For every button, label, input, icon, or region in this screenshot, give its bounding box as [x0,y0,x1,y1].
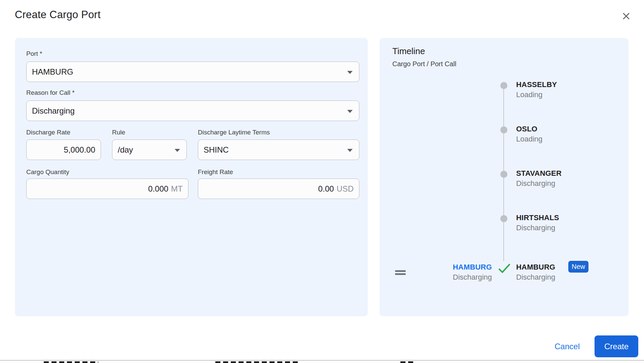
cargo-quantity-input[interactable]: 0.000 MT [26,178,188,199]
background-table-clipped-row [44,361,98,363]
new-cargo-port-entry: HAMBURG Discharging [430,262,492,282]
create-cargo-port-dialog: Create Cargo Port Port * HAMBURG Reason … [0,0,644,363]
check-icon [498,263,511,274]
dialog-title: Create Cargo Port [15,9,101,21]
discharge-rate-input[interactable]: 5,000.00 [26,139,101,160]
background-table-clipped-row [400,361,415,363]
background-table-clipped-row [215,361,300,363]
port-label: Port * [26,50,42,57]
background-page-edge [0,360,644,363]
reason-for-call-label: Reason for Call * [26,89,75,96]
freight-rate-unit: USD [336,184,354,194]
timeline-subtitle: Cargo Port / Port Call [392,60,456,68]
rule-select[interactable]: /day [112,139,187,160]
timeline-dot [500,215,507,222]
drag-handle-icon[interactable] [395,270,406,275]
timeline-panel: Timeline Cargo Port / Port Call HASSELBY… [380,38,629,316]
new-badge: New [568,261,588,273]
timeline-item-hasselby: HASSELBY Loading [516,80,557,100]
timeline-dot [500,171,507,178]
cargo-port-form-panel: Port * HAMBURG Reason for Call * Dischar… [15,38,368,316]
chevron-down-icon [347,149,353,152]
discharge-laytime-terms-select[interactable]: SHINC [198,139,359,160]
rule-label: Rule [112,129,125,136]
discharge-rate-label: Discharge Rate [26,129,70,136]
chevron-down-icon [347,71,353,74]
timeline-dot [500,126,507,133]
timeline-item-hirtshals: HIRTSHALS Discharging [516,213,559,233]
cargo-quantity-unit: MT [171,184,183,194]
freight-rate-input[interactable]: 0.00 USD [198,178,359,199]
discharge-laytime-terms-label: Discharge Laytime Terms [198,129,270,136]
freight-rate-label: Freight Rate [198,168,233,176]
timeline-dot [500,82,507,89]
chevron-down-icon [175,149,180,152]
cancel-button[interactable]: Cancel [554,342,580,351]
reason-for-call-select[interactable]: Discharging [26,100,359,121]
timeline-item-oslo: OSLO Loading [516,124,542,144]
timeline-item-hamburg-new: HAMBURG Discharging [516,262,555,282]
dialog-actions: Cancel Create [554,335,638,357]
port-select[interactable]: HAMBURG [26,62,359,82]
timeline-title: Timeline [392,46,425,56]
timeline-item-stavanger: STAVANGER Discharging [516,168,562,189]
cargo-quantity-label: Cargo Quantity [26,168,69,176]
close-icon[interactable] [620,10,633,23]
create-button[interactable]: Create [595,335,638,357]
close-icon-glyph [621,11,632,22]
chevron-down-icon [347,110,353,113]
